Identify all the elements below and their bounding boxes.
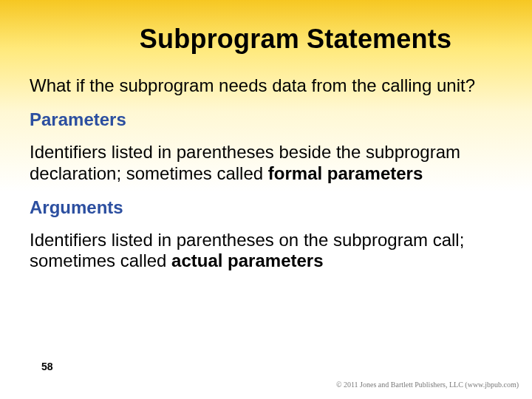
term-arguments: Arguments [30,197,502,218]
intro-text: What if the subprogram needs data from t… [30,75,502,96]
term-parameters: Parameters [30,109,502,130]
def1-bold: formal parameters [268,163,423,183]
copyright-text: © 2011 Jones and Bartlett Publishers, LL… [336,381,519,389]
definition-parameters: Identifiers listed in parentheses beside… [30,142,502,184]
definition-arguments: Identifiers listed in parentheses on the… [30,230,502,272]
page-number: 58 [41,361,53,372]
def2-bold: actual parameters [171,250,323,270]
slide-title: Subprogram Statements [89,24,502,55]
slide-container: Subprogram Statements What if the subpro… [0,0,532,399]
